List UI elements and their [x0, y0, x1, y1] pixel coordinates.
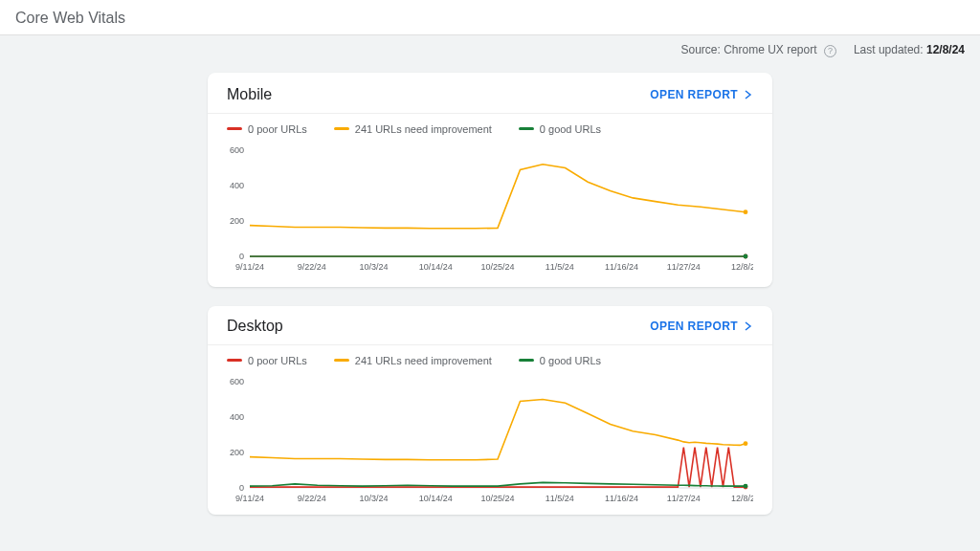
svg-text:600: 600 — [230, 377, 244, 386]
swatch-poor — [227, 127, 242, 130]
page-title: Core Web Vitals — [0, 0, 980, 35]
open-report-label: OPEN REPORT — [650, 88, 738, 101]
svg-text:11/16/24: 11/16/24 — [605, 262, 638, 272]
help-icon[interactable]: ? — [824, 45, 836, 57]
svg-point-32 — [744, 441, 748, 446]
meta-row: Source: Chrome UX report ? Last updated:… — [0, 35, 980, 61]
source-prefix: Source: — [680, 43, 724, 56]
legend-need: 241 URLs need improvement — [334, 355, 492, 366]
last-updated-value: 12/8/24 — [926, 43, 965, 56]
open-report-mobile[interactable]: OPEN REPORT — [650, 88, 753, 101]
swatch-good — [519, 127, 534, 130]
svg-text:9/11/24: 9/11/24 — [235, 262, 264, 272]
mobile-chart-svg: 02004006009/11/249/22/2410/3/2410/14/241… — [227, 144, 753, 274]
svg-text:0: 0 — [239, 252, 244, 261]
svg-text:600: 600 — [230, 145, 244, 155]
svg-text:11/27/24: 11/27/24 — [667, 494, 701, 503]
swatch-need — [334, 359, 349, 362]
svg-point-15 — [744, 209, 748, 214]
last-updated-prefix: Last updated: — [854, 43, 926, 56]
legend-good-label: 0 good URLs — [540, 355, 601, 366]
svg-point-16 — [744, 253, 748, 258]
svg-text:11/16/24: 11/16/24 — [605, 494, 638, 503]
svg-text:10/14/24: 10/14/24 — [419, 262, 453, 272]
swatch-good — [519, 359, 534, 362]
chevron-right-icon — [744, 321, 753, 331]
legend-need-label: 241 URLs need improvement — [355, 355, 492, 366]
svg-text:10/3/24: 10/3/24 — [359, 494, 388, 503]
legend-good-label: 0 good URLs — [540, 123, 601, 135]
svg-text:11/5/24: 11/5/24 — [546, 494, 574, 503]
svg-text:9/22/24: 9/22/24 — [298, 494, 326, 503]
legend-need-label: 241 URLs need improvement — [355, 123, 492, 135]
mobile-chart: 02004006009/11/249/22/2410/3/2410/14/241… — [208, 141, 772, 287]
legend-poor-label: 0 poor URLs — [248, 355, 307, 366]
swatch-need — [334, 127, 349, 130]
svg-text:11/27/24: 11/27/24 — [667, 262, 701, 272]
svg-text:9/11/24: 9/11/24 — [235, 494, 264, 503]
svg-text:12/8/24: 12/8/24 — [731, 494, 753, 503]
svg-text:0: 0 — [239, 483, 244, 493]
svg-text:11/5/24: 11/5/24 — [546, 262, 574, 272]
svg-text:12/8/24: 12/8/24 — [731, 262, 753, 272]
mobile-legend: 0 poor URLs 241 URLs need improvement 0 … — [208, 114, 772, 141]
mobile-card: Mobile OPEN REPORT 0 poor URLs 241 URLs … — [208, 73, 772, 287]
svg-text:200: 200 — [230, 216, 244, 226]
open-report-label: OPEN REPORT — [650, 320, 738, 333]
source-label: Source: Chrome UX report ? — [680, 43, 835, 57]
svg-text:10/25/24: 10/25/24 — [480, 262, 514, 272]
desktop-card: Desktop OPEN REPORT 0 poor URLs 241 URLs… — [208, 306, 772, 515]
svg-text:10/14/24: 10/14/24 — [419, 494, 453, 503]
svg-text:10/25/24: 10/25/24 — [480, 494, 514, 503]
legend-poor: 0 poor URLs — [227, 355, 307, 366]
legend-poor: 0 poor URLs — [227, 123, 307, 135]
swatch-poor — [227, 359, 242, 362]
svg-text:10/3/24: 10/3/24 — [359, 262, 388, 272]
desktop-chart-svg: 02004006009/11/249/22/2410/3/2410/14/241… — [227, 376, 753, 505]
legend-poor-label: 0 poor URLs — [248, 123, 307, 135]
open-report-desktop[interactable]: OPEN REPORT — [650, 320, 753, 333]
legend-good: 0 good URLs — [519, 355, 601, 366]
desktop-chart: 02004006009/11/249/22/2410/3/2410/14/241… — [208, 372, 772, 515]
svg-text:9/22/24: 9/22/24 — [298, 262, 326, 272]
source-link[interactable]: Chrome UX report — [724, 43, 816, 56]
svg-text:200: 200 — [230, 448, 244, 457]
last-updated: Last updated: 12/8/24 — [854, 43, 965, 56]
legend-need: 241 URLs need improvement — [334, 123, 492, 135]
desktop-title: Desktop — [227, 318, 283, 335]
svg-point-33 — [744, 483, 748, 488]
desktop-legend: 0 poor URLs 241 URLs need improvement 0 … — [208, 345, 772, 372]
mobile-title: Mobile — [227, 86, 272, 103]
svg-text:400: 400 — [230, 181, 244, 190]
legend-good: 0 good URLs — [519, 123, 601, 135]
svg-text:400: 400 — [230, 412, 244, 422]
chevron-right-icon — [744, 90, 753, 99]
